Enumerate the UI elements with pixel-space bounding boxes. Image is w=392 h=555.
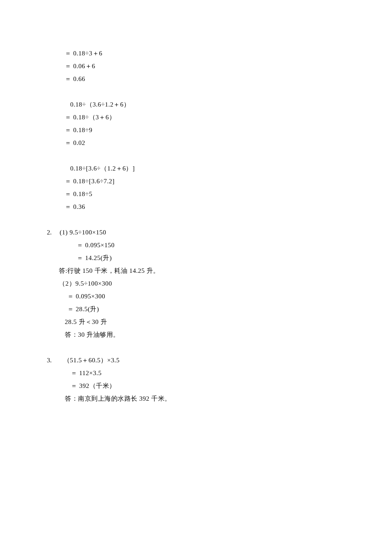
calc-line: ＝ 112×3.5 — [47, 367, 345, 379]
problem-first-line: 2. (1) 9.5÷100×150 — [47, 226, 345, 239]
calc-line: ＝ 0.18÷3＋6 — [47, 47, 345, 60]
calc-line: (1) 9.5÷100×150 — [60, 226, 106, 239]
calc-line: ＝ 28.5(升) — [47, 303, 345, 315]
calc-line: （2）9.5÷100×300 — [47, 277, 345, 290]
calc-line: ＝ 0.18÷（3＋6） — [47, 111, 345, 124]
problem-3: 3. （51.5＋60.5）×3.5 ＝ 112×3.5 ＝ 392（千米） 答… — [47, 354, 345, 405]
calc-line: ＝ 0.18÷9 — [47, 124, 345, 136]
calc-block-1: ＝ 0.18÷3＋6 ＝ 0.06＋6 ＝ 0.66 — [47, 47, 345, 85]
calc-line: ＝ 0.06＋6 — [47, 60, 345, 72]
calc-line: ＝ 0.36 — [47, 200, 345, 213]
calc-line: ＝ 14.25(升) — [47, 251, 345, 264]
calc-line: ＝ 0.66 — [47, 72, 345, 85]
problem-number: 2. — [47, 226, 60, 239]
calc-line: 0.18÷[3.6÷（1.2＋6）] — [47, 162, 345, 175]
calc-line: ＝ 392（千米） — [47, 379, 345, 392]
calc-block-2: 0.18÷（3.6÷1.2＋6） ＝ 0.18÷（3＋6） ＝ 0.18÷9 ＝… — [47, 98, 345, 149]
problem-2: 2. (1) 9.5÷100×150 ＝ 0.095×150 ＝ 14.25(升… — [47, 226, 345, 341]
calc-line: 0.18÷（3.6÷1.2＋6） — [47, 98, 345, 111]
calc-line: （51.5＋60.5）×3.5 — [60, 354, 120, 367]
calc-line: ＝ 0.02 — [47, 136, 345, 149]
comparison-line: 28.5 升＜30 升 — [47, 315, 345, 328]
answer-line: 答：30 升油够用。 — [47, 328, 345, 341]
problem-number: 3. — [47, 354, 60, 367]
calc-block-3: 0.18÷[3.6÷（1.2＋6）] ＝ 0.18÷[3.6÷7.2] ＝ 0.… — [47, 162, 345, 213]
answer-line: 答：南京到上海的水路长 392 千米。 — [47, 392, 345, 405]
calc-line: ＝ 0.18÷[3.6÷7.2] — [47, 175, 345, 188]
answer-line: 答:行驶 150 千米，耗油 14.25 升。 — [47, 264, 345, 277]
problem-first-line: 3. （51.5＋60.5）×3.5 — [47, 354, 345, 367]
calc-line: ＝ 0.095×300 — [47, 290, 345, 303]
calc-line: ＝ 0.095×150 — [47, 239, 345, 251]
calc-line: ＝ 0.18÷5 — [47, 188, 345, 200]
